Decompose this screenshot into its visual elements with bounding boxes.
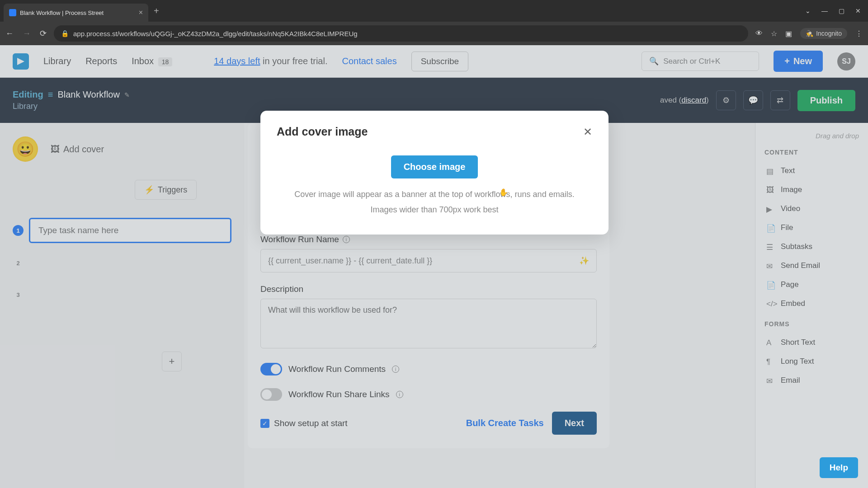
browser-tab[interactable]: Blank Workflow | Process Street × bbox=[4, 4, 148, 22]
maximize-icon[interactable]: ▢ bbox=[839, 7, 844, 14]
tab-title: Blank Workflow | Process Street bbox=[20, 9, 135, 16]
lock-icon: 🔒 bbox=[61, 30, 69, 37]
incognito-icon: 🕵 bbox=[806, 30, 813, 37]
kebab-menu-icon[interactable]: ⋮ bbox=[855, 29, 863, 38]
incognito-label: Incognito bbox=[816, 30, 842, 37]
modal-description: Cover image will appear as a banner at t… bbox=[277, 188, 592, 201]
eye-off-icon[interactable]: 👁 bbox=[755, 29, 763, 38]
close-icon[interactable]: ✕ bbox=[583, 126, 592, 138]
incognito-badge[interactable]: 🕵 Incognito bbox=[800, 28, 847, 39]
address-bar-row: ← → ⟳ 🔒 app.process.st/workflows/uQGGj-_… bbox=[0, 22, 868, 45]
back-button[interactable]: ← bbox=[5, 29, 14, 38]
new-tab-button[interactable]: + bbox=[154, 6, 159, 16]
address-bar[interactable]: 🔒 app.process.st/workflows/uQGGj-_oKZ43z… bbox=[54, 25, 748, 42]
url-text: app.process.st/workflows/uQGGj-_oKZ43zDM… bbox=[73, 30, 358, 38]
close-tab-icon[interactable]: × bbox=[139, 9, 143, 17]
minimize-icon[interactable]: — bbox=[821, 7, 828, 14]
extensions-icon[interactable]: ▣ bbox=[785, 29, 792, 38]
favicon bbox=[9, 9, 16, 16]
chevron-down-icon[interactable]: ⌄ bbox=[805, 7, 811, 14]
forward-button[interactable]: → bbox=[23, 29, 31, 38]
modal-title: Add cover image bbox=[277, 125, 368, 138]
help-button[interactable]: Help bbox=[820, 457, 858, 478]
modal-hint: Images wider than 700px work best bbox=[277, 205, 592, 215]
app-root: Library Reports Inbox 18 14 days left in… bbox=[0, 45, 868, 488]
choose-image-button[interactable]: Choose image bbox=[391, 155, 478, 178]
window-controls: ⌄ — ▢ ✕ bbox=[805, 7, 868, 14]
bookmark-icon[interactable]: ☆ bbox=[771, 29, 777, 38]
close-window-icon[interactable]: ✕ bbox=[855, 7, 861, 14]
browser-tab-strip: Blank Workflow | Process Street × + ⌄ — … bbox=[0, 0, 868, 22]
add-cover-modal: Add cover image ✕ Choose image Cover ima… bbox=[260, 111, 609, 235]
reload-button[interactable]: ⟳ bbox=[40, 28, 47, 38]
